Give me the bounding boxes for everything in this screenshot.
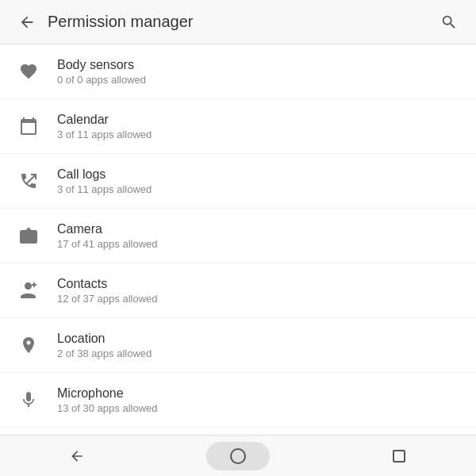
permission-list: Body sensors 0 of 0 apps allowed Calenda…	[0, 44, 476, 435]
nav-back-button[interactable]	[53, 442, 101, 470]
camera-subtitle: 17 of 41 apps allowed	[57, 238, 157, 250]
camera-text: Camera 17 of 41 apps allowed	[57, 222, 157, 250]
list-item[interactable]: Camera 17 of 41 apps allowed	[0, 209, 476, 263]
microphone-title: Microphone	[57, 386, 157, 401]
list-item[interactable]: Body sensors 0 of 0 apps allowed	[0, 44, 476, 99]
location-text: Location 2 of 38 apps allowed	[57, 332, 152, 359]
back-button[interactable]	[13, 8, 41, 36]
camera-icon	[13, 220, 44, 251]
home-circle-icon	[230, 448, 246, 464]
contacts-subtitle: 12 of 37 apps allowed	[57, 293, 157, 305]
list-item[interactable]: Calendar 3 of 11 apps allowed	[0, 99, 476, 154]
search-button[interactable]	[435, 8, 463, 36]
header: Permission manager	[0, 0, 476, 44]
call-logs-text: Call logs 3 of 11 apps allowed	[57, 167, 152, 195]
body-sensors-subtitle: 0 of 0 apps allowed	[57, 74, 146, 86]
calendar-text: Calendar 3 of 11 apps allowed	[57, 113, 152, 140]
microphone-subtitle: 13 of 30 apps allowed	[57, 402, 157, 414]
list-item[interactable]: Microphone 13 of 30 apps allowed	[0, 373, 476, 428]
call-logs-icon	[13, 165, 44, 197]
nav-home-button[interactable]	[206, 442, 270, 470]
body-sensors-title: Body sensors	[57, 58, 146, 72]
body-sensors-icon	[13, 56, 44, 87]
camera-title: Camera	[57, 222, 157, 236]
calendar-subtitle: 3 of 11 apps allowed	[57, 129, 152, 140]
calendar-title: Calendar	[57, 113, 152, 127]
recents-square-icon	[393, 450, 405, 463]
location-icon	[13, 329, 44, 361]
call-logs-title: Call logs	[57, 167, 152, 182]
list-item[interactable]: Location 2 of 38 apps allowed	[0, 318, 476, 373]
calendar-icon	[13, 110, 44, 142]
body-sensors-text: Body sensors 0 of 0 apps allowed	[57, 58, 146, 86]
bottom-navigation	[0, 435, 476, 476]
microphone-text: Microphone 13 of 30 apps allowed	[57, 386, 157, 414]
contacts-text: Contacts 12 of 37 apps allowed	[57, 277, 157, 305]
nav-recents-button[interactable]	[375, 442, 423, 470]
location-title: Location	[57, 332, 152, 346]
contacts-icon	[13, 274, 44, 306]
list-item[interactable]: Call logs 3 of 11 apps allowed	[0, 154, 476, 209]
list-item[interactable]: Contacts 12 of 37 apps allowed	[0, 263, 476, 318]
microphone-icon	[13, 384, 44, 416]
contacts-title: Contacts	[57, 277, 157, 291]
screen: Permission manager Body sensors 0 of 0 a…	[0, 0, 476, 476]
list-item[interactable]: Phone 9 of 34 apps allowed	[0, 428, 476, 435]
call-logs-subtitle: 3 of 11 apps allowed	[57, 183, 152, 195]
location-subtitle: 2 of 38 apps allowed	[57, 347, 152, 359]
page-title: Permission manager	[48, 13, 435, 31]
